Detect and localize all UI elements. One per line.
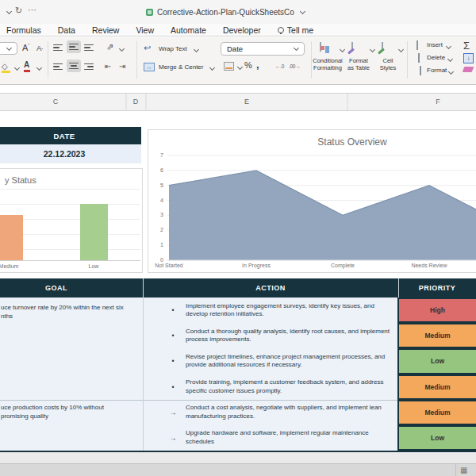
conditional-formatting-chevron-icon[interactable]: [340, 47, 345, 52]
lightbulb-icon: [278, 27, 284, 33]
table-row[interactable]: → Conduct a cost analysis, negotiate wit…: [143, 400, 397, 425]
decrease-decimal-button[interactable]: ←.0: [275, 63, 284, 69]
format-as-table-chevron-icon[interactable]: [370, 47, 375, 52]
ytick-0: 0: [152, 257, 163, 263]
document-title-group[interactable]: Corrective-Action-Plan-QuickSheetsCo: [146, 6, 305, 18]
priority-badge: Low: [399, 350, 476, 372]
accounting-chevron-icon[interactable]: [237, 64, 243, 70]
orientation-chevron-icon[interactable]: [119, 46, 125, 52]
font-color-chevron-icon[interactable]: [36, 65, 42, 71]
action-text: Conduct a cost analysis, negotiate with …: [186, 404, 397, 420]
menu-formulas[interactable]: Formulas: [6, 25, 41, 35]
align-top-button[interactable]: [53, 44, 63, 51]
column-header-f[interactable]: F: [436, 98, 440, 106]
decrease-indent-button[interactable]: ⇤: [105, 62, 111, 71]
grid-view-icon[interactable]: ▦: [460, 466, 467, 474]
priority-status-chart[interactable]: y Status Medium Low: [0, 168, 143, 273]
excel-doc-icon: [146, 9, 153, 16]
merge-center-chevron-icon[interactable]: [209, 65, 215, 71]
fill-color-chevron-icon[interactable]: [14, 65, 20, 71]
bar-low: [80, 204, 108, 260]
ytick-4: 4: [152, 198, 163, 203]
fill-color-button[interactable]: ◇: [2, 62, 8, 71]
arrow-bullet-icon: →: [168, 409, 178, 416]
align-middle-button[interactable]: [67, 40, 81, 53]
align-left-button[interactable]: [53, 63, 63, 70]
wrap-text-button[interactable]: Wrap Text: [159, 45, 187, 52]
merge-center-button[interactable]: Merge & Center: [159, 63, 203, 71]
refresh-icon[interactable]: ↻: [15, 6, 22, 16]
table-row[interactable]: • Provide training, implement a customer…: [143, 374, 397, 400]
column-header-e[interactable]: E: [244, 98, 249, 106]
menu-developer[interactable]: Developer: [223, 25, 261, 35]
align-right-button[interactable]: [84, 63, 94, 70]
xtick-not-started: Not Started: [137, 263, 201, 268]
menu-automate[interactable]: Automate: [171, 25, 206, 35]
status-overview-chart[interactable]: Status Overview 7 6 5 4 3 2 1 0 Not Star…: [148, 129, 476, 273]
wrap-text-icon: ↩: [144, 43, 151, 53]
grow-font-button[interactable]: Aˆ: [22, 43, 29, 52]
ytick-2: 2: [152, 227, 163, 232]
accounting-format-icon[interactable]: [224, 62, 234, 71]
format-as-table-icon[interactable]: [351, 42, 353, 52]
autosum-button[interactable]: Σ: [463, 40, 470, 52]
format-button[interactable]: Format: [427, 67, 447, 74]
conditional-formatting-icon[interactable]: [320, 42, 321, 52]
fill-down-button[interactable]: ↓: [463, 53, 474, 63]
increase-decimal-button[interactable]: .00→: [289, 63, 300, 69]
bar-medium: [0, 215, 23, 260]
menu-data[interactable]: Data: [58, 25, 75, 35]
bullet-icon: •: [168, 332, 178, 340]
table-header-row: GOAL ACTION PRIORITY: [0, 278, 476, 298]
ytick-1: 1: [152, 242, 163, 248]
table-body: uce turnover rate by 20% within the next…: [0, 298, 476, 451]
date-value-cell[interactable]: 22.12.2023: [0, 144, 141, 163]
action-text: Conduct a thorough quality analysis, ide…: [186, 328, 397, 344]
delete-cells-icon: [418, 53, 420, 63]
table-row[interactable]: • Conduct a thorough quality analysis, i…: [143, 323, 397, 348]
number-format-dropdown[interactable]: Date: [221, 42, 305, 56]
percent-style-button[interactable]: %: [244, 60, 252, 70]
ribbon: Aˆ Aˇ ◇ A ⇗ ⇤ ⇥ ↩ Wrap Text ↔ Merge & Ce…: [0, 37, 476, 85]
delete-button[interactable]: Delete: [427, 54, 445, 61]
action-text: Upgrade hardware and software, implement…: [186, 429, 397, 446]
ytick-5: 5: [152, 182, 163, 188]
column-header-d[interactable]: D: [133, 98, 139, 106]
chevron-down-icon[interactable]: [5, 6, 11, 16]
goal-cell-1[interactable]: uce turnover rate by 20% within the next…: [1, 304, 140, 321]
priority-badge: Low: [399, 427, 476, 449]
table-row[interactable]: → Upgrade hardware and software, impleme…: [143, 425, 397, 451]
orientation-button[interactable]: ⇗: [106, 42, 113, 52]
table-row[interactable]: • Implement employee engagement surveys,…: [143, 298, 397, 323]
font-size-dropdown[interactable]: [0, 42, 17, 55]
xtick-in-progress: In Progress: [225, 263, 288, 268]
wrap-text-chevron-icon[interactable]: [194, 47, 199, 52]
bar-label-low: Low: [70, 263, 117, 269]
increase-indent-button[interactable]: ⇥: [119, 62, 125, 71]
menu-review[interactable]: Review: [92, 25, 119, 35]
insert-button[interactable]: Insert: [427, 41, 443, 48]
header-priority: PRIORITY: [398, 284, 476, 292]
font-color-button[interactable]: A: [24, 60, 29, 69]
cell-styles-icon[interactable]: [382, 42, 383, 52]
align-center-button[interactable]: [67, 60, 81, 72]
title-chevron-icon: [300, 8, 305, 13]
menu-tell-me[interactable]: Tell me: [278, 25, 313, 35]
menu-view[interactable]: View: [136, 25, 154, 35]
goal-cell-2[interactable]: uce production costs by 10% withoutpromi…: [1, 404, 140, 420]
cell-styles-chevron-icon[interactable]: [398, 47, 404, 52]
cell-styles-button[interactable]: CellStyles: [374, 58, 401, 71]
x-axis-line: [0, 260, 140, 261]
clear-eraser-button[interactable]: [463, 67, 474, 72]
column-header-c[interactable]: C: [53, 98, 59, 106]
shrink-font-button[interactable]: Aˇ: [36, 44, 43, 52]
action-text: Provide training, implement a customer f…: [186, 378, 397, 395]
format-as-table-button[interactable]: Formatas Table: [342, 58, 375, 71]
comma-style-button[interactable]: ,: [256, 59, 259, 71]
header-action: ACTION: [143, 284, 398, 292]
table-row[interactable]: • Revise project timelines, enhance proj…: [143, 348, 397, 374]
align-bottom-button[interactable]: [84, 44, 94, 51]
more-icon[interactable]: ⋯: [28, 5, 36, 15]
priority-badge: Medium: [399, 376, 476, 398]
ytick-3: 3: [152, 212, 163, 217]
